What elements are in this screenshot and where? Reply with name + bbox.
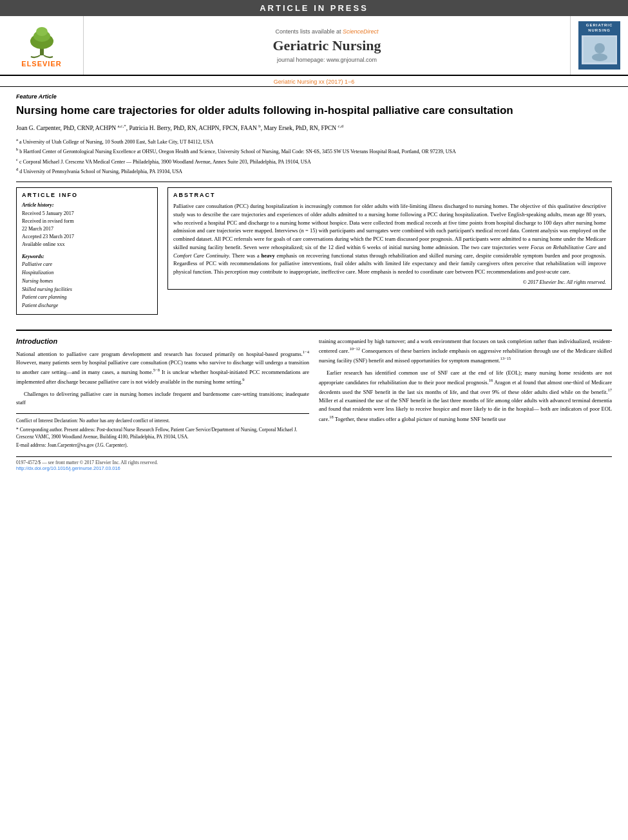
abstract-text: Palliative care consultation (PCC) durin… <box>173 202 606 276</box>
svg-point-5 <box>595 43 605 53</box>
keyword-5: Patient discharge <box>22 302 152 310</box>
feature-article-label: Feature Article <box>16 93 612 100</box>
article-history-label: Article history: <box>22 202 152 208</box>
affiliations: a a University of Utah College of Nursin… <box>16 136 612 183</box>
article-title: Nursing home care trajectories for older… <box>16 104 612 118</box>
keywords-label: Keywords: <box>22 254 152 259</box>
journal-header: ELSEVIER Contents lists available at Sci… <box>0 16 628 76</box>
right-column: ABSTRACT Palliative care consultation (P… <box>167 187 612 320</box>
footer-bar: 0197-4572/$ — see front matter © 2017 El… <box>16 456 612 471</box>
gn-cover-title: GERIATRICNURSING <box>586 23 613 33</box>
bottom-two-column: Introduction National attention to palli… <box>16 330 612 451</box>
available-online: Available online xxx <box>22 241 152 248</box>
footer-doi[interactable]: http://dx.doi.org/10.1016/j.gerinurse.20… <box>16 465 120 471</box>
article-in-press-banner: ARTICLE IN PRESS <box>0 0 628 16</box>
received-revised-label: Received in revised form <box>22 218 152 225</box>
keyword-1: Hospitalization <box>22 269 152 277</box>
received-revised-date: 22 March 2017 <box>22 225 152 233</box>
article-content: Feature Article Nursing home care trajec… <box>0 87 628 478</box>
article-two-column: ARTICLE INFO Article history: Received 5… <box>16 187 612 320</box>
copyright-line: © 2017 Elsevier Inc. All rights reserved… <box>173 279 606 285</box>
authors-line: Joan G. Carpenter, PhD, CRNP, ACHPN a,c,… <box>16 123 612 133</box>
science-direct-link[interactable]: ScienceDirect <box>343 28 379 35</box>
journal-title: Geriatric Nursing <box>272 37 381 54</box>
journal-cover-logo: GERIATRICNURSING <box>570 16 628 75</box>
elsevier-logo-area: ELSEVIER <box>0 16 84 75</box>
introduction-heading: Introduction <box>16 337 309 345</box>
footnote-area: Conflict of Interest Declaration: No aut… <box>16 413 309 449</box>
introduction-text: National attention to palliative care pr… <box>16 349 309 407</box>
footnote-email: E-mail address: Joan.Carpenter@va.gov (J… <box>16 442 309 449</box>
keywords-section: Keywords: Palliative care Hospitalizatio… <box>22 254 152 310</box>
article-info-box: ARTICLE INFO Article history: Received 5… <box>16 187 158 315</box>
keyword-3: Skilled nursing facilities <box>22 286 152 294</box>
elsevier-wordmark: ELSEVIER <box>21 60 61 68</box>
gn-cover-image <box>582 35 617 64</box>
footnote-conflict: Conflict of Interest Declaration: No aut… <box>16 417 309 424</box>
svg-point-3 <box>36 27 48 36</box>
abstract-title: ABSTRACT <box>173 192 606 198</box>
abstract-section: ABSTRACT Palliative care consultation (P… <box>167 187 612 290</box>
right-body-section: training accompanied by high turnover; a… <box>319 337 612 451</box>
accepted-date: Accepted 23 March 2017 <box>22 233 152 241</box>
journal-center-header: Contents lists available at ScienceDirec… <box>84 16 570 75</box>
keyword-2: Nursing homes <box>22 277 152 286</box>
journal-homepage: journal homepage: www.gnjournal.com <box>277 57 377 63</box>
article-info-title: ARTICLE INFO <box>22 192 152 198</box>
left-column: ARTICLE INFO Article history: Received 5… <box>16 187 158 320</box>
svg-point-6 <box>592 53 607 61</box>
right-body-text: training accompanied by high turnover; a… <box>319 337 612 424</box>
footnote-corresponding: * Corresponding author. Present address:… <box>16 426 309 441</box>
science-direct-line: Contents lists available at ScienceDirec… <box>275 28 378 35</box>
citation-line: Geriatric Nursing xx (2017) 1−6 <box>0 76 628 87</box>
keyword-0: Palliative care <box>22 261 152 269</box>
footer-issn: 0197-4572/$ — see front matter © 2017 El… <box>16 460 158 465</box>
keyword-4: Patient care planning <box>22 294 152 302</box>
introduction-section: Introduction National attention to palli… <box>16 337 309 451</box>
received-date: Received 5 January 2017 <box>22 210 152 218</box>
